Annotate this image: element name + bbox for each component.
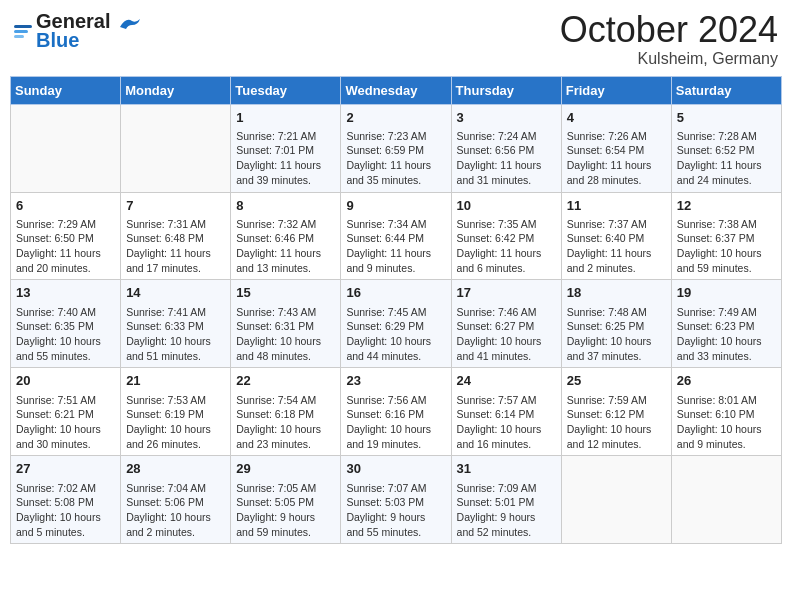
day-info: Sunrise: 7:53 AM Sunset: 6:19 PM Dayligh… bbox=[126, 393, 225, 452]
calendar-cell: 17Sunrise: 7:46 AM Sunset: 6:27 PM Dayli… bbox=[451, 280, 561, 368]
day-number: 18 bbox=[567, 284, 666, 302]
day-number: 26 bbox=[677, 372, 776, 390]
day-number: 21 bbox=[126, 372, 225, 390]
calendar-week-row: 1Sunrise: 7:21 AM Sunset: 7:01 PM Daylig… bbox=[11, 104, 782, 192]
day-info: Sunrise: 7:02 AM Sunset: 5:08 PM Dayligh… bbox=[16, 481, 115, 540]
calendar-cell: 24Sunrise: 7:57 AM Sunset: 6:14 PM Dayli… bbox=[451, 368, 561, 456]
calendar-cell: 25Sunrise: 7:59 AM Sunset: 6:12 PM Dayli… bbox=[561, 368, 671, 456]
day-info: Sunrise: 7:29 AM Sunset: 6:50 PM Dayligh… bbox=[16, 217, 115, 276]
day-info: Sunrise: 7:48 AM Sunset: 6:25 PM Dayligh… bbox=[567, 305, 666, 364]
day-header-sunday: Sunday bbox=[11, 76, 121, 104]
day-header-monday: Monday bbox=[121, 76, 231, 104]
calendar-cell: 4Sunrise: 7:26 AM Sunset: 6:54 PM Daylig… bbox=[561, 104, 671, 192]
day-number: 27 bbox=[16, 460, 115, 478]
calendar-week-row: 27Sunrise: 7:02 AM Sunset: 5:08 PM Dayli… bbox=[11, 456, 782, 544]
calendar-cell: 9Sunrise: 7:34 AM Sunset: 6:44 PM Daylig… bbox=[341, 192, 451, 280]
day-info: Sunrise: 7:34 AM Sunset: 6:44 PM Dayligh… bbox=[346, 217, 445, 276]
calendar-cell: 6Sunrise: 7:29 AM Sunset: 6:50 PM Daylig… bbox=[11, 192, 121, 280]
title-area: October 2024 Kulsheim, Germany bbox=[560, 10, 778, 68]
day-info: Sunrise: 7:32 AM Sunset: 6:46 PM Dayligh… bbox=[236, 217, 335, 276]
day-info: Sunrise: 7:21 AM Sunset: 7:01 PM Dayligh… bbox=[236, 129, 335, 188]
calendar-cell bbox=[121, 104, 231, 192]
calendar-cell: 22Sunrise: 7:54 AM Sunset: 6:18 PM Dayli… bbox=[231, 368, 341, 456]
calendar-table: SundayMondayTuesdayWednesdayThursdayFrid… bbox=[10, 76, 782, 545]
day-info: Sunrise: 7:51 AM Sunset: 6:21 PM Dayligh… bbox=[16, 393, 115, 452]
day-number: 20 bbox=[16, 372, 115, 390]
day-info: Sunrise: 7:28 AM Sunset: 6:52 PM Dayligh… bbox=[677, 129, 776, 188]
day-header-friday: Friday bbox=[561, 76, 671, 104]
month-title: October 2024 bbox=[560, 10, 778, 50]
calendar-week-row: 13Sunrise: 7:40 AM Sunset: 6:35 PM Dayli… bbox=[11, 280, 782, 368]
calendar-cell: 21Sunrise: 7:53 AM Sunset: 6:19 PM Dayli… bbox=[121, 368, 231, 456]
day-info: Sunrise: 7:57 AM Sunset: 6:14 PM Dayligh… bbox=[457, 393, 556, 452]
calendar-cell: 31Sunrise: 7:09 AM Sunset: 5:01 PM Dayli… bbox=[451, 456, 561, 544]
day-number: 2 bbox=[346, 109, 445, 127]
day-info: Sunrise: 7:26 AM Sunset: 6:54 PM Dayligh… bbox=[567, 129, 666, 188]
logo-decoration bbox=[14, 25, 32, 38]
day-number: 30 bbox=[346, 460, 445, 478]
day-number: 22 bbox=[236, 372, 335, 390]
calendar-cell: 7Sunrise: 7:31 AM Sunset: 6:48 PM Daylig… bbox=[121, 192, 231, 280]
calendar-cell: 13Sunrise: 7:40 AM Sunset: 6:35 PM Dayli… bbox=[11, 280, 121, 368]
day-number: 13 bbox=[16, 284, 115, 302]
calendar-cell: 12Sunrise: 7:38 AM Sunset: 6:37 PM Dayli… bbox=[671, 192, 781, 280]
day-number: 31 bbox=[457, 460, 556, 478]
day-info: Sunrise: 7:40 AM Sunset: 6:35 PM Dayligh… bbox=[16, 305, 115, 364]
day-info: Sunrise: 7:37 AM Sunset: 6:40 PM Dayligh… bbox=[567, 217, 666, 276]
day-header-thursday: Thursday bbox=[451, 76, 561, 104]
calendar-cell: 3Sunrise: 7:24 AM Sunset: 6:56 PM Daylig… bbox=[451, 104, 561, 192]
day-info: Sunrise: 7:07 AM Sunset: 5:03 PM Dayligh… bbox=[346, 481, 445, 540]
calendar-cell bbox=[671, 456, 781, 544]
calendar-cell: 30Sunrise: 7:07 AM Sunset: 5:03 PM Dayli… bbox=[341, 456, 451, 544]
day-info: Sunrise: 7:45 AM Sunset: 6:29 PM Dayligh… bbox=[346, 305, 445, 364]
day-number: 19 bbox=[677, 284, 776, 302]
day-number: 9 bbox=[346, 197, 445, 215]
day-info: Sunrise: 7:23 AM Sunset: 6:59 PM Dayligh… bbox=[346, 129, 445, 188]
day-info: Sunrise: 7:31 AM Sunset: 6:48 PM Dayligh… bbox=[126, 217, 225, 276]
day-number: 3 bbox=[457, 109, 556, 127]
calendar-cell: 2Sunrise: 7:23 AM Sunset: 6:59 PM Daylig… bbox=[341, 104, 451, 192]
day-number: 5 bbox=[677, 109, 776, 127]
day-info: Sunrise: 8:01 AM Sunset: 6:10 PM Dayligh… bbox=[677, 393, 776, 452]
day-number: 28 bbox=[126, 460, 225, 478]
day-info: Sunrise: 7:49 AM Sunset: 6:23 PM Dayligh… bbox=[677, 305, 776, 364]
day-info: Sunrise: 7:35 AM Sunset: 6:42 PM Dayligh… bbox=[457, 217, 556, 276]
day-number: 1 bbox=[236, 109, 335, 127]
calendar-cell: 18Sunrise: 7:48 AM Sunset: 6:25 PM Dayli… bbox=[561, 280, 671, 368]
day-number: 10 bbox=[457, 197, 556, 215]
day-number: 23 bbox=[346, 372, 445, 390]
calendar-cell: 1Sunrise: 7:21 AM Sunset: 7:01 PM Daylig… bbox=[231, 104, 341, 192]
calendar-cell: 5Sunrise: 7:28 AM Sunset: 6:52 PM Daylig… bbox=[671, 104, 781, 192]
calendar-cell: 23Sunrise: 7:56 AM Sunset: 6:16 PM Dayli… bbox=[341, 368, 451, 456]
day-number: 12 bbox=[677, 197, 776, 215]
calendar-week-row: 20Sunrise: 7:51 AM Sunset: 6:21 PM Dayli… bbox=[11, 368, 782, 456]
calendar-week-row: 6Sunrise: 7:29 AM Sunset: 6:50 PM Daylig… bbox=[11, 192, 782, 280]
day-info: Sunrise: 7:04 AM Sunset: 5:06 PM Dayligh… bbox=[126, 481, 225, 540]
day-info: Sunrise: 7:54 AM Sunset: 6:18 PM Dayligh… bbox=[236, 393, 335, 452]
day-number: 6 bbox=[16, 197, 115, 215]
day-number: 29 bbox=[236, 460, 335, 478]
day-header-wednesday: Wednesday bbox=[341, 76, 451, 104]
calendar-cell: 28Sunrise: 7:04 AM Sunset: 5:06 PM Dayli… bbox=[121, 456, 231, 544]
logo: General Blue bbox=[14, 10, 140, 52]
calendar-cell: 16Sunrise: 7:45 AM Sunset: 6:29 PM Dayli… bbox=[341, 280, 451, 368]
calendar-cell: 14Sunrise: 7:41 AM Sunset: 6:33 PM Dayli… bbox=[121, 280, 231, 368]
calendar-cell: 15Sunrise: 7:43 AM Sunset: 6:31 PM Dayli… bbox=[231, 280, 341, 368]
day-info: Sunrise: 7:05 AM Sunset: 5:05 PM Dayligh… bbox=[236, 481, 335, 540]
calendar-cell bbox=[561, 456, 671, 544]
day-number: 11 bbox=[567, 197, 666, 215]
calendar-cell: 20Sunrise: 7:51 AM Sunset: 6:21 PM Dayli… bbox=[11, 368, 121, 456]
day-header-tuesday: Tuesday bbox=[231, 76, 341, 104]
day-header-saturday: Saturday bbox=[671, 76, 781, 104]
calendar-cell: 19Sunrise: 7:49 AM Sunset: 6:23 PM Dayli… bbox=[671, 280, 781, 368]
day-number: 4 bbox=[567, 109, 666, 127]
day-number: 14 bbox=[126, 284, 225, 302]
location-subtitle: Kulsheim, Germany bbox=[560, 50, 778, 68]
calendar-cell: 8Sunrise: 7:32 AM Sunset: 6:46 PM Daylig… bbox=[231, 192, 341, 280]
calendar-cell: 11Sunrise: 7:37 AM Sunset: 6:40 PM Dayli… bbox=[561, 192, 671, 280]
calendar-header-row: SundayMondayTuesdayWednesdayThursdayFrid… bbox=[11, 76, 782, 104]
calendar-cell bbox=[11, 104, 121, 192]
day-info: Sunrise: 7:24 AM Sunset: 6:56 PM Dayligh… bbox=[457, 129, 556, 188]
day-number: 25 bbox=[567, 372, 666, 390]
calendar-cell: 29Sunrise: 7:05 AM Sunset: 5:05 PM Dayli… bbox=[231, 456, 341, 544]
